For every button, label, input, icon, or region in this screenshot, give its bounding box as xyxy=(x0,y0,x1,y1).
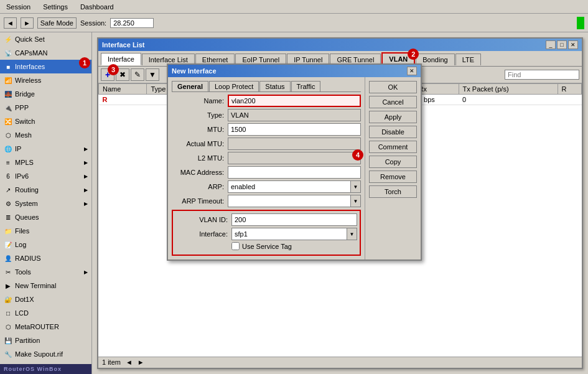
forward-button[interactable]: ► xyxy=(21,17,34,29)
routing-arrow: ▶ xyxy=(84,187,88,193)
sidebar: ⚡ Quick Set 📡 CAPsMAN ■ Interfaces 1 📶 W… xyxy=(0,32,92,374)
sidebar-item-label: Switch xyxy=(15,118,35,125)
connection-indicator xyxy=(577,17,584,29)
queues-icon: ≣ xyxy=(4,214,12,221)
ip-arrow: ▶ xyxy=(84,146,88,152)
sidebar-item-files[interactable]: 📁 Files xyxy=(0,224,91,238)
sidebar-item-label: MetaROUTER xyxy=(15,323,59,330)
use-service-tag-checkbox[interactable] xyxy=(231,242,240,250)
sidebar-item-bridge[interactable]: 🌉 Bridge xyxy=(0,87,91,101)
disable-button[interactable]: Disable xyxy=(369,126,417,138)
tab-lte[interactable]: LTE xyxy=(455,54,481,65)
sidebar-item-newterminal[interactable]: ▶ New Terminal xyxy=(0,279,91,292)
sidebar-item-radius[interactable]: 👤 RADIUS xyxy=(0,251,91,265)
maximize-button[interactable]: □ xyxy=(557,40,567,49)
sidebar-item-switch[interactable]: 🔀 Switch xyxy=(0,115,91,128)
sidebar-item-ppp[interactable]: 🔌 PPP xyxy=(0,101,91,115)
remove-button[interactable]: Remove xyxy=(369,171,417,183)
arp-dropdown[interactable]: ▼ xyxy=(350,181,360,192)
arp-timeout-dropdown[interactable]: ▼ xyxy=(350,195,360,207)
arp-timeout-select[interactable]: ▼ xyxy=(228,195,361,207)
ok-button[interactable]: OK xyxy=(369,81,417,93)
menu-settings[interactable]: Settings xyxy=(39,2,72,12)
mac-input[interactable] xyxy=(228,166,361,179)
arp-select[interactable]: ▼ xyxy=(228,180,361,193)
dialog-title: New Interface xyxy=(172,67,217,75)
cancel-button[interactable]: Cancel xyxy=(369,96,417,108)
sidebar-item-dot1x[interactable]: 🔐 Dot1X xyxy=(0,292,91,306)
apply-button[interactable]: Apply xyxy=(369,111,417,123)
l2mtu-row: L2 MTU: 4 xyxy=(172,152,361,164)
sidebar-item-system[interactable]: ⚙ System ▶ xyxy=(0,197,91,210)
sidebar-item-lcd[interactable]: □ LCD xyxy=(0,306,91,320)
interface-select[interactable]: ▼ xyxy=(231,228,357,240)
tab-interface[interactable]: Interface xyxy=(101,53,141,65)
sidebar-item-interfaces[interactable]: ■ Interfaces 1 xyxy=(0,60,91,73)
minimize-button[interactable]: _ xyxy=(546,40,556,49)
sidebar-item-tools[interactable]: ✂ Tools ▶ xyxy=(0,265,91,279)
arp-value[interactable] xyxy=(228,181,350,192)
torch-button[interactable]: Torch xyxy=(369,185,417,198)
sidebar-item-metarouter[interactable]: ⬡ MetaROUTER xyxy=(0,320,91,334)
sidebar-item-makesupout[interactable]: 🔧 Make Supout.rif xyxy=(0,347,91,361)
sidebar-item-ip[interactable]: 🌐 IP ▶ xyxy=(0,142,91,156)
name-input[interactable] xyxy=(228,95,361,107)
copy-button[interactable]: Copy xyxy=(369,156,417,168)
sidebar-item-routing[interactable]: ↗ Routing ▶ xyxy=(0,183,91,197)
sidebar-item-log[interactable]: 📝 Log xyxy=(0,238,91,251)
comment-button[interactable]: Comment xyxy=(369,141,417,153)
filter-button[interactable]: ▼ xyxy=(146,68,159,81)
dialog-tab-loop-protect[interactable]: Loop Protect xyxy=(209,81,259,91)
close-button[interactable]: ✕ xyxy=(568,40,578,49)
mtu-input[interactable] xyxy=(228,123,361,136)
switch-icon: 🔀 xyxy=(4,118,12,125)
makesupout-icon: 🔧 xyxy=(4,351,12,358)
dialog-tab-status[interactable]: Status xyxy=(259,81,290,91)
newterminal-icon: ▶ xyxy=(4,283,12,289)
sidebar-item-label: Mesh xyxy=(15,131,32,139)
arp-timeout-label: ARP Timeout: xyxy=(172,197,228,205)
interface-row: Interface: ▼ xyxy=(175,228,357,240)
dialog-titlebar: New Interface ✕ xyxy=(168,65,421,77)
scroll-left[interactable]: ◄ xyxy=(126,358,133,366)
interface-dropdown[interactable]: ▼ xyxy=(347,228,357,240)
session-input[interactable] xyxy=(110,18,154,28)
use-service-tag-label: Use Service Tag xyxy=(242,243,292,250)
sidebar-item-wireless[interactable]: 📶 Wireless xyxy=(0,73,91,87)
type-input xyxy=(228,109,361,121)
actual-mtu-input xyxy=(228,138,361,150)
sidebar-item-capsman[interactable]: 📡 CAPsMAN xyxy=(0,46,91,60)
dialog-tab-general[interactable]: General xyxy=(172,81,208,91)
menu-session[interactable]: Session xyxy=(2,2,34,12)
sidebar-item-ipv6[interactable]: 6 IPv6 ▶ xyxy=(0,169,91,183)
tools-icon: ✂ xyxy=(4,269,12,276)
scroll-right[interactable]: ► xyxy=(138,358,144,366)
window-titlebar: Interface List _ □ ✕ xyxy=(98,39,582,51)
find-input[interactable] xyxy=(505,70,579,80)
sidebar-item-quickset[interactable]: ⚡ Quick Set xyxy=(0,32,91,46)
arp-row: ARP: ▼ xyxy=(172,180,361,193)
col-r: R xyxy=(558,84,581,95)
add-button[interactable]: + 3 xyxy=(101,68,114,81)
edit-button[interactable]: ✎ xyxy=(131,68,144,81)
col-tx-packet: Tx Packet (p/s) xyxy=(459,84,558,95)
sidebar-item-partition[interactable]: 💾 Partition xyxy=(0,334,91,347)
system-icon: ⚙ xyxy=(4,200,12,207)
interface-value[interactable] xyxy=(232,228,347,240)
menu-dashboard[interactable]: Dashboard xyxy=(77,2,118,12)
arp-timeout-value[interactable] xyxy=(228,195,350,207)
back-button[interactable]: ◄ xyxy=(4,17,17,29)
actual-mtu-row: Actual MTU: xyxy=(172,138,361,150)
dialog-controls: ✕ xyxy=(407,67,417,75)
sidebar-item-mesh[interactable]: ⬡ Mesh xyxy=(0,128,91,142)
sidebar-item-mpls[interactable]: ≡ MPLS ▶ xyxy=(0,156,91,169)
dialog-close-button[interactable]: ✕ xyxy=(407,67,417,75)
sidebar-item-queues[interactable]: ≣ Queues xyxy=(0,210,91,224)
new-interface-dialog: New Interface ✕ General Loop Protect Sta… xyxy=(167,63,422,261)
capsman-icon: 📡 xyxy=(4,50,12,57)
winbox-label: RouterOS WinBox xyxy=(0,364,92,374)
vlan-id-input[interactable] xyxy=(231,213,357,226)
dialog-tab-traffic[interactable]: Traffic xyxy=(291,81,321,91)
safemode-button[interactable]: Safe Mode xyxy=(37,17,77,29)
badge-4: 4 xyxy=(352,149,363,161)
